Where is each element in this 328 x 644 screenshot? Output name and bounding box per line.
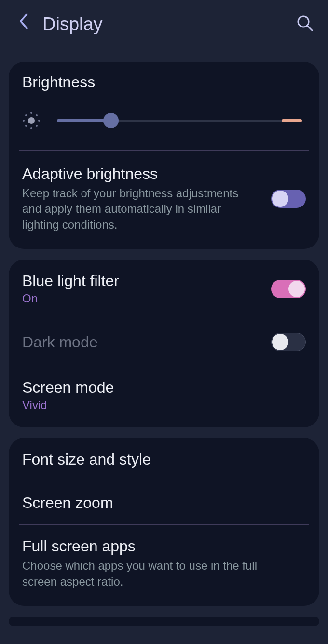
search-icon[interactable] [296,14,314,34]
svg-line-1 [308,26,312,30]
card-display-modes: Blue light filter On Dark mode Screen mo… [9,260,319,427]
header: Display [0,0,328,48]
svg-point-9 [25,125,27,127]
screen-mode-title: Screen mode [22,379,306,397]
svg-point-10 [36,125,38,127]
svg-point-8 [36,114,38,116]
full-screen-apps-row[interactable]: Full screen apps Choose which apps you w… [9,525,319,606]
svg-point-2 [28,117,35,124]
svg-point-7 [25,114,27,116]
toggle-separator [260,278,260,300]
dark-mode-title: Dark mode [22,333,255,351]
font-size-row[interactable]: Font size and style [9,438,319,481]
brightness-slider[interactable] [57,113,302,128]
svg-point-3 [30,112,32,114]
adaptive-toggle[interactable] [271,190,306,208]
screen-mode-row[interactable]: Screen mode Vivid [9,366,319,427]
font-size-title: Font size and style [22,451,306,468]
svg-point-0 [298,16,309,27]
blue-light-status: On [22,292,255,305]
blue-light-title: Blue light filter [22,272,255,290]
brightness-title: Brightness [22,73,306,91]
card-next-peek [9,617,319,626]
full-screen-title: Full screen apps [22,537,306,555]
blue-light-toggle[interactable] [271,280,306,298]
screen-zoom-title: Screen zoom [22,494,306,512]
dark-mode-row[interactable]: Dark mode [9,318,319,366]
svg-point-5 [23,120,25,122]
brightness-slider-row [9,94,319,150]
screen-zoom-row[interactable]: Screen zoom [9,481,319,524]
card-brightness: Brightness Adaptive brightness Keep [9,62,319,249]
blue-light-row[interactable]: Blue light filter On [9,260,319,318]
full-screen-desc: Choose which apps you want to use in the… [22,558,292,589]
svg-point-4 [30,127,32,129]
toggle-separator [260,331,260,353]
card-layout: Font size and style Screen zoom Full scr… [9,438,319,606]
adaptive-title: Adaptive brightness [22,165,255,183]
screen-mode-status: Vivid [22,398,306,412]
toggle-separator [260,188,260,210]
adaptive-brightness-row[interactable]: Adaptive brightness Keep track of your b… [9,151,319,249]
dark-mode-toggle[interactable] [271,333,306,351]
page-title: Display [42,14,296,35]
adaptive-desc: Keep track of your brightness adjustment… [22,186,254,233]
svg-point-6 [38,120,40,122]
brightness-icon [19,109,43,133]
back-icon[interactable] [18,13,29,34]
